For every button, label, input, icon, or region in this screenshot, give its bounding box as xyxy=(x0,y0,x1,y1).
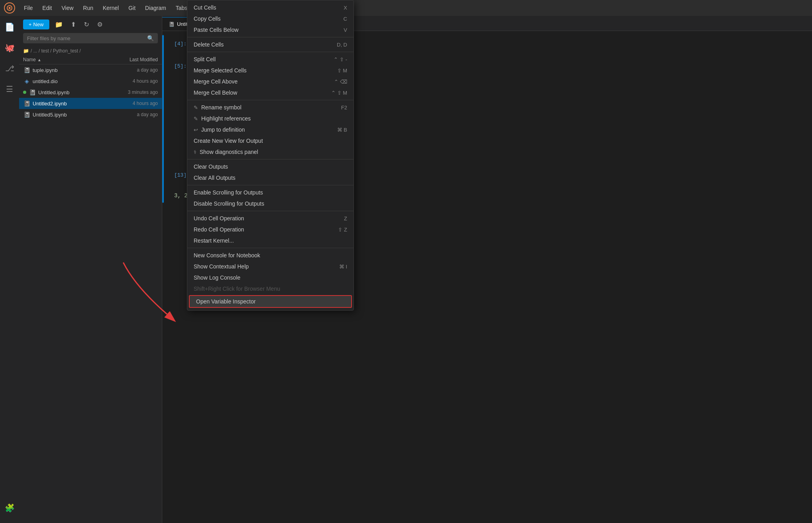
menu-split-cell[interactable]: Split Cell ⌃ ⇧ - xyxy=(187,54,354,65)
menu-browser-menu: Shift+Right Click for Browser Menu xyxy=(187,283,354,294)
file-icon-nb: 📓 xyxy=(23,111,30,118)
menu-paste-cells-below[interactable]: Paste Cells Below V xyxy=(187,24,354,35)
menu-clear-all-outputs[interactable]: Clear All Outputs xyxy=(187,172,354,183)
menu-bar: File Edit View Run Kernel Git Diagram Ta… xyxy=(0,0,812,16)
file-name: tuple.ipynb xyxy=(33,67,116,73)
jump-label: Jump to definition xyxy=(201,126,245,133)
file-modified: 3 minutes ago xyxy=(118,89,158,95)
activity-list[interactable]: ☰ xyxy=(2,82,17,96)
new-button[interactable]: + New xyxy=(23,19,49,29)
open-folder-button[interactable]: 📁 xyxy=(52,19,65,30)
search-input[interactable] xyxy=(27,35,145,41)
file-icon-nb: 📓 xyxy=(23,66,30,74)
sidebar-toolbar: + New 📁 ⬆ ↻ ⚙ xyxy=(19,16,162,33)
divider-4 xyxy=(187,159,354,159)
highlight-icon: ✎ xyxy=(194,116,198,122)
file-icon-dio: ◈ xyxy=(23,78,30,85)
menu-cut-cells[interactable]: Cut Cells X xyxy=(187,2,354,13)
rename-label: Rename symbol xyxy=(201,104,241,111)
activity-extensions[interactable]: 🧩 xyxy=(2,501,17,515)
context-menu: Cut Cells X Copy Cells C Paste Cells Bel… xyxy=(187,0,354,311)
file-modified: a day ago xyxy=(118,67,158,73)
menu-jump-definition[interactable]: ↩ Jump to definition ⌘ B xyxy=(187,124,354,135)
file-name: untitled.dio xyxy=(33,78,116,84)
menu-disable-scrolling[interactable]: Disable Scrolling for Outputs xyxy=(187,198,354,209)
menu-merge-selected[interactable]: Merge Selected Cells ⇧ M xyxy=(187,65,354,76)
file-modified: 4 hours ago xyxy=(118,101,158,106)
cell-active-bar xyxy=(162,35,164,203)
file-list-header: Name ▲ Last Modified xyxy=(19,55,162,64)
jump-icon: ↩ xyxy=(194,127,198,133)
breadcrumb: 📁 / ... / test / Python_test / xyxy=(19,47,162,55)
menu-diagram[interactable]: Diagram xyxy=(141,3,170,13)
activity-bar: 📄 🐙 ⎇ ☰ 🧩 xyxy=(0,16,19,523)
menu-edit[interactable]: Edit xyxy=(39,3,56,13)
sidebar: + New 📁 ⬆ ↻ ⚙ 🔍 📁 / ... / test / Python_… xyxy=(19,16,162,523)
menu-merge-above[interactable]: Merge Cell Above ⌃ ⌫ xyxy=(187,76,354,87)
file-item-dio[interactable]: ◈ untitled.dio 4 hours ago xyxy=(19,76,162,87)
menu-git[interactable]: Git xyxy=(124,3,140,13)
refresh-button[interactable]: ↻ xyxy=(82,19,91,30)
menu-create-view[interactable]: Create New View for Output xyxy=(187,135,354,146)
menu-new-console[interactable]: New Console for Notebook xyxy=(187,250,354,261)
menu-copy-cells[interactable]: Copy Cells C xyxy=(187,13,354,24)
highlight-label: Highlight references xyxy=(201,115,251,122)
menu-diagnostics[interactable]: ⚕ Show diagnostics panel xyxy=(187,146,354,157)
menu-merge-below[interactable]: Merge Cell Below ⌃ ⇧ M xyxy=(187,87,354,98)
menu-enable-scrolling[interactable]: Enable Scrolling for Outputs xyxy=(187,187,354,198)
menu-log-console[interactable]: Show Log Console xyxy=(187,272,354,283)
file-modified: a day ago xyxy=(118,112,158,117)
divider-6 xyxy=(187,211,354,211)
menu-delete-cells[interactable]: Delete Cells D, D xyxy=(187,39,354,50)
file-name: Untitled.ipynb xyxy=(38,89,116,95)
column-name[interactable]: Name ▲ xyxy=(23,57,110,62)
activity-github[interactable]: 🐙 xyxy=(2,41,17,55)
file-icon-nb: 📓 xyxy=(23,100,30,107)
menu-view[interactable]: View xyxy=(58,3,78,13)
file-name: Untitled5.ipynb xyxy=(33,112,116,118)
divider-7 xyxy=(187,248,354,248)
divider-3 xyxy=(187,100,354,100)
menu-rename-symbol[interactable]: ✎ Rename symbol F2 xyxy=(187,102,354,113)
menu-contextual-help[interactable]: Show Contextual Help ⌘ I xyxy=(187,261,354,272)
divider-1 xyxy=(187,37,354,37)
file-item-untitled5[interactable]: 📓 Untitled5.ipynb a day ago xyxy=(19,109,162,120)
menu-highlight-references[interactable]: ✎ Highlight references xyxy=(187,113,354,124)
plus-icon: + xyxy=(29,21,32,27)
settings-button[interactable]: ⚙ xyxy=(95,19,105,30)
menu-run[interactable]: Run xyxy=(79,3,97,13)
file-icon-nb: 📓 xyxy=(29,89,36,96)
folder-icon: 📁 xyxy=(23,48,29,54)
column-modified[interactable]: Last Modified xyxy=(110,57,158,62)
file-item-untitled2[interactable]: 📓 Untitled2.ipynb 4 hours ago xyxy=(19,98,162,109)
file-item-tuple[interactable]: 📓 tuple.ipynb a day ago xyxy=(19,64,162,76)
diagnostics-icon: ⚕ xyxy=(194,149,196,155)
menu-open-variable-inspector[interactable]: Open Variable Inspector xyxy=(189,295,352,308)
diagnostics-label: Show diagnostics panel xyxy=(200,149,258,155)
file-name: Untitled2.ipynb xyxy=(33,101,116,107)
app-logo xyxy=(4,2,15,14)
modified-dot xyxy=(23,91,26,94)
search-icon: 🔍 xyxy=(147,35,154,41)
sort-asc-icon: ▲ xyxy=(37,58,41,62)
file-modified: 4 hours ago xyxy=(118,78,158,84)
file-item-untitled[interactable]: 📓 Untitled.ipynb 3 minutes ago xyxy=(19,87,162,98)
tab-icon: 📓 xyxy=(169,21,175,27)
activity-git[interactable]: ⎇ xyxy=(2,61,17,76)
divider-2 xyxy=(187,52,354,52)
menu-clear-outputs[interactable]: Clear Outputs xyxy=(187,161,354,172)
menu-kernel[interactable]: Kernel xyxy=(99,3,122,13)
rename-icon: ✎ xyxy=(194,105,198,111)
file-list: 📓 tuple.ipynb a day ago ◈ untitled.dio 4… xyxy=(19,64,162,523)
upload-button[interactable]: ⬆ xyxy=(68,19,78,30)
divider-5 xyxy=(187,185,354,185)
menu-undo-cell[interactable]: Undo Cell Operation Z xyxy=(187,213,354,224)
menu-file[interactable]: File xyxy=(20,3,37,13)
menu-redo-cell[interactable]: Redo Cell Operation ⇧ Z xyxy=(187,224,354,235)
search-box: 🔍 xyxy=(23,33,158,43)
activity-files[interactable]: 📄 xyxy=(2,20,17,34)
menu-restart-kernel[interactable]: Restart Kernel... xyxy=(187,235,354,246)
